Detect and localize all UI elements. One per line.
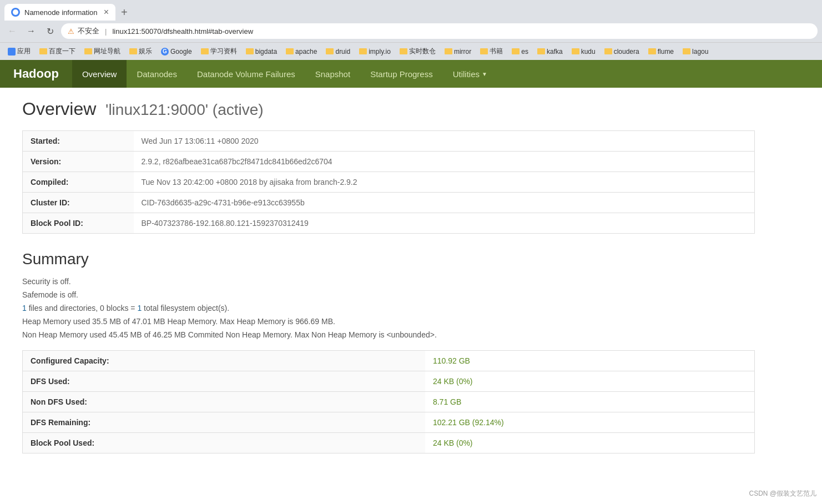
bookmark-label: cloudera	[614, 48, 639, 56]
bookmark-item-kafka[interactable]: kafka	[534, 46, 566, 57]
non-heap-memory: Non Heap Memory used 45.45 MB of 46.25 M…	[22, 330, 755, 339]
row-value: 102.21 GB (92.14%)	[425, 412, 755, 433]
folder-icon	[480, 48, 488, 54]
folder-icon	[604, 48, 612, 54]
address-separator: |	[105, 27, 107, 36]
tab-bar: Namenode information × +	[0, 0, 822, 20]
active-tab[interactable]: Namenode information ×	[4, 4, 115, 21]
hadoop-brand: Hadoop	[0, 60, 72, 88]
bookmark-label: flume	[658, 48, 674, 56]
bookmark-item-网址导航[interactable]: 网址导航	[81, 45, 124, 58]
row-value: Tue Nov 13 20:42:00 +0800 2018 by ajisak…	[134, 172, 755, 193]
nav-tab-datanodes[interactable]: Datanodes	[127, 60, 187, 88]
overview-heading: Overview	[22, 99, 96, 119]
address-box[interactable]: ⚠ 不安全 | linux121:50070/dfshealth.html#ta…	[61, 23, 818, 39]
summary-heading: Summary	[22, 250, 755, 268]
new-tab-button[interactable]: +	[118, 6, 131, 19]
bookmark-item-mirror[interactable]: mirror	[441, 46, 475, 57]
row-value: Wed Jun 17 13:06:11 +0800 2020	[134, 131, 755, 152]
row-label: DFS Remaining:	[23, 412, 425, 433]
bookmark-item-娱乐[interactable]: 娱乐	[126, 45, 155, 58]
row-value: CID-763d6635-a29c-4731-b96e-e913cc63955b	[134, 193, 755, 213]
filesystem-link[interactable]: 1	[22, 304, 27, 313]
overview-table: Started:Wed Jun 17 13:06:11 +0800 2020Ve…	[22, 130, 755, 234]
bookmark-item-Google[interactable]: GGoogle	[158, 46, 195, 57]
bookmark-item-es[interactable]: es	[508, 46, 532, 57]
nav-tab-overview[interactable]: Overview	[72, 60, 127, 88]
folder-icon	[39, 48, 47, 54]
bookmark-label: druid	[335, 48, 350, 56]
bookmark-item-bigdata[interactable]: bigdata	[243, 46, 280, 57]
bookmark-item-实时数仓[interactable]: 实时数仓	[396, 45, 439, 58]
filesystem-info: 1 files and directories, 0 blocks = 1 to…	[22, 304, 755, 313]
bookmark-item-lagou[interactable]: lagou	[679, 46, 712, 57]
tab-label: Namenode information	[24, 8, 98, 17]
row-value: 24 KB (0%)	[425, 371, 755, 392]
folder-icon	[648, 48, 656, 54]
address-url[interactable]: linux121:50070/dfshealth.html#tab-overvi…	[112, 27, 253, 36]
hadoop-navbar: Hadoop OverviewDatanodesDatanode Volume …	[0, 60, 822, 88]
nav-tab-utilities[interactable]: Utilities ▼	[443, 60, 497, 88]
folder-icon	[359, 48, 367, 54]
tab-favicon	[11, 8, 20, 17]
bookmark-label: 应用	[17, 47, 31, 56]
bookmark-label: 实时数仓	[409, 47, 436, 56]
bookmark-item-druid[interactable]: druid	[322, 46, 354, 57]
folder-icon	[400, 48, 407, 54]
bookmark-item-apache[interactable]: apache	[283, 46, 320, 57]
bookmarks-bar: 应用百度一下网址导航娱乐GGoogle学习资料bigdataapachedrui…	[0, 42, 822, 60]
nav-tab-snapshot[interactable]: Snapshot	[305, 60, 360, 88]
bookmark-item-kudu[interactable]: kudu	[568, 46, 599, 57]
lock-icon: ⚠	[68, 27, 74, 36]
folder-icon	[326, 48, 334, 54]
bookmark-item-书籍[interactable]: 书籍	[477, 45, 506, 58]
bookmark-label: kafka	[547, 48, 563, 56]
bookmark-item-应用[interactable]: 应用	[4, 45, 34, 58]
row-label: Cluster ID:	[23, 193, 134, 213]
table-row: Started:Wed Jun 17 13:06:11 +0800 2020	[23, 131, 755, 152]
bookmark-item-imply.io[interactable]: imply.io	[356, 46, 394, 57]
address-prefix: 不安全	[78, 26, 99, 36]
row-label: Block Pool ID:	[23, 213, 134, 234]
bookmark-item-百度一下[interactable]: 百度一下	[36, 45, 79, 58]
apps-icon	[8, 48, 16, 56]
table-row: DFS Remaining:102.21 GB (92.14%)	[23, 412, 755, 433]
nav-tab-datanode-volume-failures[interactable]: Datanode Volume Failures	[187, 60, 305, 88]
table-row: Non DFS Used:8.71 GB	[23, 392, 755, 412]
table-row: Block Pool Used:24 KB (0%)	[23, 433, 755, 453]
table-row: Cluster ID:CID-763d6635-a29c-4731-b96e-e…	[23, 193, 755, 213]
bookmark-item-flume[interactable]: flume	[645, 46, 677, 57]
browser-chrome: Namenode information × + ← → ↻ ⚠ 不安全 | l…	[0, 0, 822, 60]
summary-section: Security is off. Safemode is off. 1 file…	[22, 277, 755, 339]
bookmark-item-cloudera[interactable]: cloudera	[601, 46, 643, 57]
folder-icon	[445, 48, 452, 54]
bookmark-label: lagou	[692, 48, 708, 56]
row-value: 24 KB (0%)	[425, 433, 755, 453]
bookmark-label: mirror	[454, 48, 471, 56]
row-label: Block Pool Used:	[23, 433, 425, 453]
bookmark-label: kudu	[581, 48, 596, 56]
main-content: Overview 'linux121:9000' (active) Starte…	[0, 88, 777, 465]
nav-tab-startup-progress[interactable]: Startup Progress	[360, 60, 443, 88]
folder-icon	[201, 48, 209, 54]
row-label: DFS Used:	[23, 371, 425, 392]
total-objects-link[interactable]: 1	[137, 304, 142, 313]
row-value: 2.9.2, r826afbeae31ca687bc2f8471dc841b66…	[134, 152, 755, 172]
folder-icon	[683, 48, 690, 54]
bookmark-label: es	[521, 48, 528, 56]
tab-close-button[interactable]: ×	[104, 8, 109, 17]
nav-tabs: OverviewDatanodesDatanode Volume Failure…	[72, 60, 497, 88]
safemode-status: Safemode is off.	[22, 290, 755, 299]
folder-icon	[286, 48, 294, 54]
google-icon: G	[161, 48, 169, 56]
bookmark-item-学习资料[interactable]: 学习资料	[198, 45, 240, 58]
refresh-button[interactable]: ↻	[42, 23, 58, 39]
bookmark-label: bigdata	[255, 48, 277, 56]
row-value: 8.71 GB	[425, 392, 755, 412]
row-label: Compiled:	[23, 172, 134, 193]
table-row: DFS Used:24 KB (0%)	[23, 371, 755, 392]
folder-icon	[512, 48, 520, 54]
back-button[interactable]: ←	[4, 23, 20, 39]
address-bar-row: ← → ↻ ⚠ 不安全 | linux121:50070/dfshealth.h…	[0, 20, 822, 42]
forward-button[interactable]: →	[23, 23, 39, 39]
